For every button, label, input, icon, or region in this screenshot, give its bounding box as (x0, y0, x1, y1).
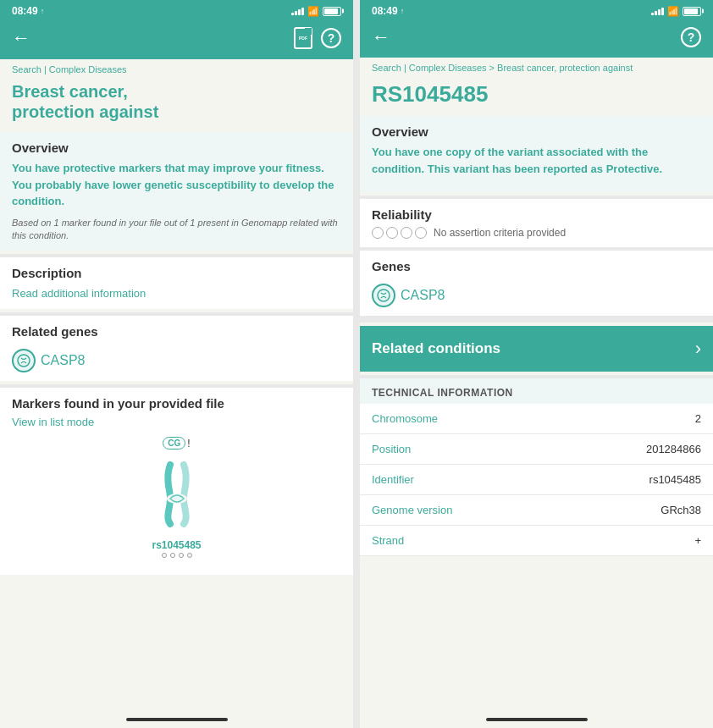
chromosome-viz: CG ! rs1045485 (12, 428, 341, 566)
help-button-right[interactable]: ? (681, 27, 701, 47)
wifi-icon-right: 📶 (667, 6, 679, 17)
time-left: 08:49 (12, 5, 38, 17)
gene-chip-right: CASP8 (372, 284, 445, 307)
location-arrow-icon: ↑ (41, 7, 45, 15)
header-left: ← ? (0, 20, 353, 59)
overview-section-left: Overview You have protective markers tha… (0, 132, 353, 251)
dot-1 (162, 553, 167, 558)
technical-rows: Chromosome2Position201284866Identifierrs… (360, 404, 713, 556)
battery-icon-right (683, 7, 701, 16)
tech-key: Position (372, 443, 411, 455)
status-bar-right: 08:49 ↑ 📶 (360, 0, 713, 20)
home-indicator-left (126, 718, 228, 721)
gene-icon-right (372, 284, 395, 307)
rs-id-title: RS1045485 (360, 78, 713, 116)
pdf-button[interactable] (294, 27, 312, 49)
cg-badge: CG (163, 437, 185, 449)
overview-body-right: You have one copy of the variant associa… (372, 144, 701, 177)
gene-name-right: CASP8 (401, 288, 445, 303)
page-title-line2: protection against (12, 102, 341, 122)
technical-info-header: TECHNICAL INFORMATION (360, 378, 713, 404)
tech-key: Strand (372, 534, 404, 547)
related-genes-section: Related genes CASP8 (0, 316, 353, 381)
right-content-area: Search | Complex Diseases > Breast cance… (360, 58, 713, 711)
reliability-label: No assertion criteria provided (434, 227, 566, 239)
rel-circle-3 (401, 227, 412, 239)
rel-circle-2 (386, 227, 398, 239)
tech-value: rs1045485 (649, 473, 701, 486)
bottom-bar-right (360, 711, 713, 728)
read-more-link[interactable]: Read additional information (12, 287, 146, 300)
rel-circle-4 (415, 227, 427, 239)
genes-title: Genes (372, 259, 701, 273)
tech-key: Identifier (372, 473, 414, 486)
tech-row: Genome versionGRch38 (360, 495, 713, 526)
battery-icon (323, 7, 341, 16)
rs-label-chromosome: rs1045485 (152, 539, 201, 551)
dot-3 (179, 553, 184, 558)
breadcrumb-right: Search | Complex Diseases > Breast cance… (360, 58, 713, 78)
excl-mark: ! (187, 438, 190, 449)
back-button-left[interactable]: ← (12, 29, 30, 47)
gene-icon-left (12, 349, 36, 372)
svg-point-2 (378, 290, 390, 301)
wifi-icon: 📶 (307, 6, 319, 17)
tech-row: Chromosome2 (360, 404, 713, 434)
related-conditions-bar[interactable]: Related conditions › (360, 326, 713, 372)
left-phone: 08:49 ↑ 📶 ← (0, 0, 353, 728)
status-bar-left: 08:49 ↑ 📶 (0, 0, 353, 20)
description-title: Description (12, 266, 341, 280)
home-indicator-right (486, 718, 588, 721)
reliability-circle-group (372, 227, 427, 239)
tech-value: 2 (695, 412, 701, 425)
tech-row: Identifierrs1045485 (360, 465, 713, 495)
header-right: ← ? (360, 20, 713, 58)
related-conditions-label: Related conditions (372, 340, 500, 357)
tech-key: Chromosome (372, 412, 438, 425)
overview-section-right: Overview You have one copy of the varian… (360, 116, 713, 192)
bottom-bar-left (0, 711, 353, 728)
right-phone: 08:49 ↑ 📶 ← ? (360, 0, 713, 728)
gene-chip-left: CASP8 (12, 349, 85, 372)
rel-circle-1 (372, 227, 384, 239)
tech-value: GRch38 (660, 504, 701, 516)
related-genes-title: Related genes (12, 324, 341, 339)
dot-2 (170, 553, 175, 558)
overview-title-left: Overview (12, 141, 341, 155)
left-content-area: Search | Complex Diseases Breast cancer,… (0, 59, 353, 711)
page-title-line1: Breast cancer, (12, 81, 341, 102)
chromosome-image (152, 456, 202, 532)
genes-section: Genes CASP8 (360, 251, 713, 316)
page-title-left: Breast cancer, protection against (0, 80, 353, 132)
marker-badge: CG ! (163, 437, 190, 449)
markers-section: Markers found in your provided file View… (0, 388, 353, 575)
tech-key: Genome version (372, 504, 452, 516)
tech-value: + (694, 534, 701, 547)
reliability-section: Reliability No assertion criteria provid… (360, 199, 713, 247)
signal-icon (291, 7, 304, 15)
svg-point-0 (18, 355, 30, 367)
gene-name-left: CASP8 (41, 353, 85, 368)
overview-meta-left: Based on 1 marker found in your file out… (12, 217, 341, 243)
markers-title: Markers found in your provided file (12, 396, 341, 411)
tech-value: 201284866 (646, 443, 701, 455)
tech-row: Strand+ (360, 526, 713, 556)
location-arrow-icon-right: ↑ (401, 7, 405, 15)
time-right: 08:49 (372, 5, 398, 17)
description-section: Description Read additional information (0, 257, 353, 309)
view-list-mode-link[interactable]: View in list mode (12, 416, 341, 428)
overview-title-right: Overview (372, 124, 701, 139)
signal-icon-right (651, 7, 664, 15)
help-button-left[interactable]: ? (321, 28, 341, 48)
back-button-right[interactable]: ← (372, 28, 390, 47)
chevron-right-icon: › (695, 338, 701, 360)
breadcrumb-left: Search | Complex Diseases (0, 59, 353, 80)
overview-body-left: You have protective markers that may imp… (12, 160, 341, 210)
reliability-dots-left (162, 553, 192, 558)
dot-4 (187, 553, 192, 558)
reliability-title: Reliability (372, 207, 701, 222)
reliability-circles: No assertion criteria provided (372, 227, 701, 239)
tech-row: Position201284866 (360, 434, 713, 465)
